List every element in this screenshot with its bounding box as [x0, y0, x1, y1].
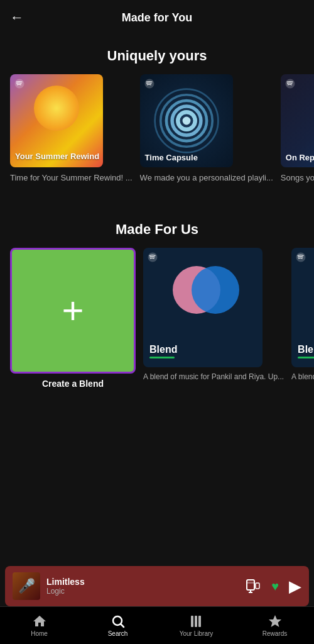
made-for-us-section: Made For Us + Create a Blend: [0, 209, 314, 395]
blend-circles-svg-1: [165, 260, 247, 320]
svg-point-13: [192, 266, 239, 314]
nav-search[interactable]: Search: [78, 614, 157, 637]
on-repeat-image: On Repeat: [281, 74, 314, 167]
svg-point-11: [148, 253, 158, 262]
search-icon: [111, 614, 126, 629]
home-icon: [32, 614, 47, 629]
svg-rect-18: [247, 582, 254, 584]
blend-accent-bar-2: [298, 357, 314, 358]
page-title: Made for You: [122, 11, 192, 25]
header: ← Made for You: [0, 0, 314, 35]
connect-device-icon[interactable]: [245, 578, 261, 594]
nav-home[interactable]: Home: [0, 614, 78, 637]
svg-line-23: [121, 625, 124, 628]
plus-icon: +: [62, 292, 84, 330]
create-blend-card[interactable]: + Create a Blend: [10, 248, 136, 389]
play-icon[interactable]: ▶: [289, 577, 301, 596]
nav-rewards[interactable]: Rewards: [236, 614, 314, 637]
svg-point-0: [15, 79, 24, 89]
blend-accent-bar-1: [149, 357, 175, 358]
summer-rewind-desc: Time for Your Summer Rewind! ...: [10, 172, 133, 184]
blend-label-2: Blend: [298, 344, 314, 361]
svg-point-14: [296, 253, 306, 262]
create-blend-label: Create a Blend: [10, 379, 136, 389]
summer-rewind-image: Your Summer Rewind: [10, 74, 103, 167]
spotify-logo-blend-1: [147, 252, 158, 263]
on-repeat-desc: Songs you n...: [281, 172, 314, 184]
nav-library-label: Your Library: [180, 630, 214, 637]
blend-desc-1: A blend of music for Pankil and Riya. Up…: [143, 372, 284, 381]
nav-home-label: Home: [31, 630, 48, 637]
svg-rect-24: [191, 616, 193, 627]
svg-point-8: [285, 79, 295, 89]
time-capsule-desc: We made you a personalized playli...: [140, 172, 273, 184]
on-repeat-bg: On Repeat: [281, 74, 314, 167]
svg-rect-17: [247, 580, 254, 590]
svg-point-7: [182, 117, 190, 125]
bottom-nav: Home Search Your Library Rewards: [0, 606, 314, 644]
made-for-us-cards: + Create a Blend: [0, 248, 314, 389]
sun-graphic: [34, 86, 79, 131]
spotify-logo-icon: [14, 78, 25, 89]
blend-card-2[interactable]: Blend A blend o... Pankil and...: [291, 248, 314, 389]
capsule-rings: [152, 86, 221, 155]
repeat-svg: [299, 92, 314, 162]
main-content: Uniquely yours Your Summer Rewind: [0, 35, 314, 566]
uniquely-yours-title: Uniquely yours: [0, 48, 314, 64]
nav-rewards-label: Rewards: [263, 630, 287, 637]
blend-card-1[interactable]: Blend A blend of music for Pankil and Ri…: [143, 248, 284, 389]
now-playing-bar[interactable]: 🎤 Limitless Logic ♥ ▶: [5, 566, 309, 606]
heart-icon[interactable]: ♥: [271, 579, 279, 594]
on-repeat-label: On Repeat: [286, 153, 314, 162]
time-capsule-label: Time Capsule: [145, 153, 198, 162]
on-repeat-card[interactable]: On Repeat Songs you n...: [281, 74, 314, 184]
spotify-logo-icon-3: [284, 78, 296, 89]
summer-rewind-card[interactable]: Your Summer Rewind Time for Your Summer …: [10, 74, 133, 184]
time-capsule-image: Time Capsule: [140, 74, 233, 167]
svg-rect-26: [198, 616, 201, 627]
device-svg: [245, 578, 261, 594]
blend-circles-1: [165, 260, 241, 317]
create-blend-image: +: [10, 248, 136, 374]
album-art: 🎤: [13, 572, 40, 600]
svg-rect-19: [256, 583, 259, 589]
back-button[interactable]: ←: [10, 9, 24, 26]
now-playing-info: Limitless Logic: [46, 577, 239, 596]
svg-marker-27: [269, 615, 281, 627]
time-capsule-bg: Time Capsule: [140, 74, 233, 167]
track-title: Limitless: [46, 577, 239, 587]
summer-rewind-bg: Your Summer Rewind: [10, 74, 103, 167]
blend-image-1: Blend: [143, 248, 263, 367]
track-artist: Logic: [46, 587, 239, 596]
made-for-us-title: Made For Us: [0, 221, 314, 238]
bottom-spacer: [0, 395, 314, 470]
rings-svg: [152, 83, 221, 158]
uniquely-yours-cards: Your Summer Rewind Time for Your Summer …: [0, 74, 314, 184]
library-icon: [189, 614, 204, 629]
svg-rect-25: [195, 616, 197, 627]
rewards-icon: [268, 614, 283, 629]
section-divider: [0, 190, 314, 209]
nav-search-label: Search: [108, 630, 128, 637]
repeat-shapes: [299, 92, 314, 149]
spotify-logo-blend-2: [295, 252, 306, 263]
uniquely-yours-section: Uniquely yours Your Summer Rewind: [0, 35, 314, 190]
playback-controls: ♥ ▶: [245, 577, 301, 596]
art-figure-icon: 🎤: [18, 578, 35, 594]
time-capsule-card[interactable]: Time Capsule We made you a personalized …: [140, 74, 273, 184]
blend-desc-2: A blend o... Pankil and...: [291, 372, 314, 381]
nav-library[interactable]: Your Library: [157, 614, 236, 637]
summer-rewind-label: Your Summer Rewind: [15, 152, 99, 162]
blend-image-2: Blend: [291, 248, 314, 367]
blend-label-1: Blend: [149, 344, 256, 361]
